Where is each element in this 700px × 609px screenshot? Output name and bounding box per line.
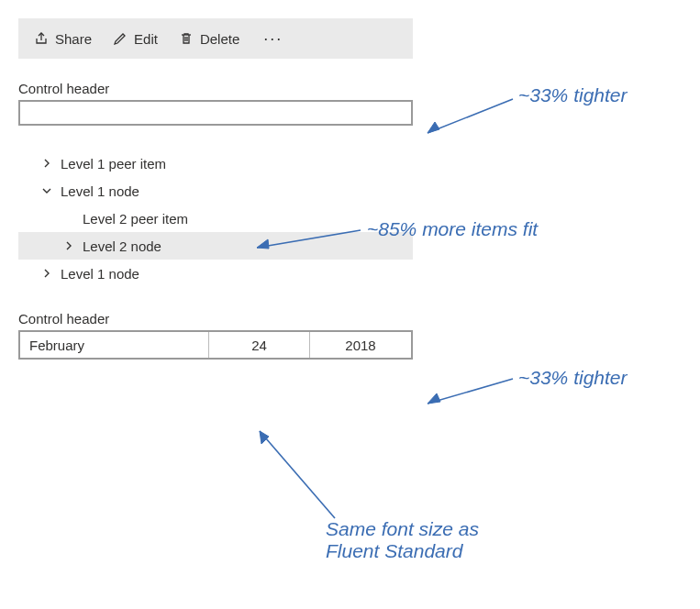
share-icon — [33, 30, 50, 47]
svg-marker-3 — [257, 239, 269, 249]
svg-line-0 — [428, 99, 513, 133]
tree-item-label: Level 2 peer item — [83, 211, 188, 227]
tree-item-label: Level 2 node — [83, 238, 161, 254]
chevron-right-icon — [40, 157, 53, 170]
tree-item[interactable]: Level 1 node — [18, 260, 413, 287]
svg-line-4 — [428, 379, 513, 404]
chevron-right-icon — [40, 267, 53, 280]
date-day[interactable]: 24 — [209, 332, 310, 358]
chevron-down-icon — [40, 184, 53, 197]
delete-button[interactable]: Delete — [174, 30, 243, 47]
edit-label: Edit — [134, 31, 158, 47]
trash-icon — [178, 30, 194, 47]
tree-item-label: Level 1 node — [61, 183, 139, 199]
tree-item-label: Level 1 node — [61, 266, 139, 282]
annotation-text: ~85% more items fit — [367, 218, 538, 240]
tree-view: Level 1 peer item Level 1 node Level 2 p… — [18, 149, 413, 287]
svg-marker-1 — [428, 122, 439, 133]
date-month[interactable]: February — [20, 332, 209, 358]
datepicker-section: Control header February 24 2018 — [18, 311, 682, 360]
svg-marker-5 — [428, 393, 440, 404]
date-picker[interactable]: February 24 2018 — [18, 330, 413, 360]
share-button[interactable]: Share — [29, 30, 95, 47]
arrow-icon — [246, 227, 365, 255]
overflow-button[interactable]: ··· — [256, 29, 290, 49]
tree-item-label: Level 1 peer item — [61, 156, 166, 172]
delete-label: Delete — [200, 31, 239, 47]
annotation-text: Same font size as Fluent Standard — [326, 518, 479, 562]
command-bar: Share Edit Delete ··· — [18, 18, 413, 59]
svg-line-6 — [260, 431, 335, 518]
tree-item[interactable]: Level 1 node — [18, 177, 413, 205]
textbox-input[interactable] — [18, 100, 413, 126]
date-year[interactable]: 2018 — [310, 332, 411, 358]
chevron-right-icon — [62, 239, 75, 252]
annotation-text: ~33% tighter — [518, 84, 628, 106]
share-label: Share — [55, 31, 92, 47]
svg-marker-7 — [260, 431, 269, 444]
svg-line-2 — [257, 230, 361, 248]
pencil-icon — [112, 30, 128, 47]
tree-item[interactable]: Level 1 peer item — [18, 149, 413, 177]
arrow-icon — [417, 96, 517, 142]
arrow-icon — [417, 376, 517, 413]
edit-button[interactable]: Edit — [108, 30, 161, 47]
datepicker-header: Control header — [18, 311, 682, 327]
arrow-icon — [252, 422, 344, 523]
annotation-text: ~33% tighter — [518, 367, 628, 389]
